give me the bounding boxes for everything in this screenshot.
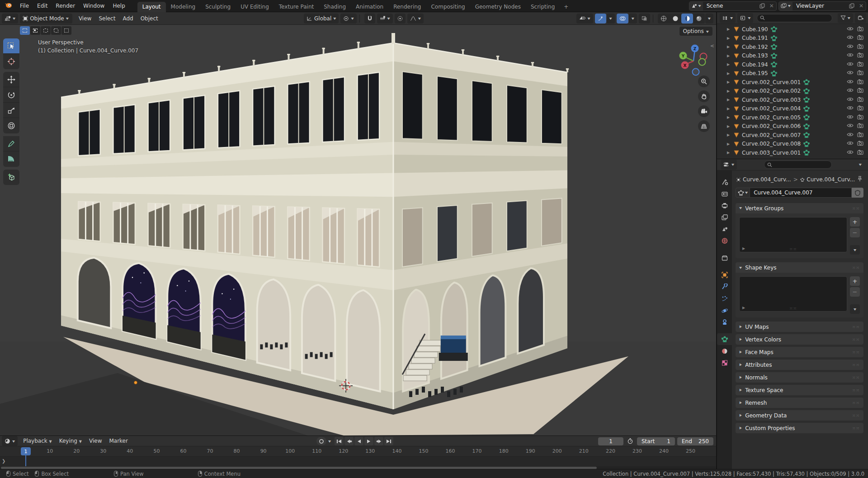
mode-selector[interactable]: Object Mode ▼ xyxy=(20,14,72,24)
panel-vertex-colors[interactable]: ▼ Vertex Colors ⁙⁙ xyxy=(736,334,863,345)
workspace-tab-animation[interactable]: Animation xyxy=(351,2,388,12)
camera-icon[interactable] xyxy=(857,141,863,147)
remove-vertex-group-button[interactable]: − xyxy=(850,228,860,237)
eye-icon[interactable] xyxy=(847,70,854,76)
transform-orientation-dropdown[interactable]: Global ▼ xyxy=(304,14,339,24)
menu-edit[interactable]: Edit xyxy=(33,0,52,12)
panel-grip[interactable]: ⁙⁙ xyxy=(852,265,860,270)
panel-attributes[interactable]: ▼ Attributes ⁙⁙ xyxy=(736,360,863,370)
viewport-menu-object[interactable]: Object xyxy=(137,15,162,22)
panel-geometry-data[interactable]: ▼ Geometry Data ⁙⁙ xyxy=(736,410,863,421)
options-button[interactable]: Options▼ xyxy=(679,27,712,36)
panel-grip[interactable]: ⁙⁙ xyxy=(852,363,860,367)
panel-custom-properties[interactable]: ▼ Custom Properties ⁙⁙ xyxy=(736,423,863,433)
camera-view-icon[interactable] xyxy=(698,105,710,117)
menu-window[interactable]: Window xyxy=(79,0,108,12)
rotate-tool[interactable] xyxy=(3,87,19,103)
shape-keys-list[interactable]: ▶ ⁙⁙ xyxy=(739,276,847,312)
object-name[interactable]: Curve.002_Curve.004 xyxy=(742,105,801,112)
world-tab[interactable] xyxy=(717,235,732,246)
outliner-search-input[interactable] xyxy=(757,14,832,22)
panel-normals[interactable]: ▼ Normals ⁙⁙ xyxy=(736,372,863,383)
jump-to-end-button[interactable] xyxy=(384,437,393,445)
expand-icon[interactable]: ▶ xyxy=(727,151,733,155)
timeline-menu-marker[interactable]: Marker xyxy=(105,438,131,444)
eye-icon[interactable] xyxy=(847,79,854,85)
object-data-tab[interactable] xyxy=(717,333,732,345)
camera-icon[interactable] xyxy=(857,105,863,112)
physics-tab[interactable] xyxy=(717,304,732,316)
scale-tool[interactable] xyxy=(3,103,19,118)
vertex-groups-panel-header[interactable]: ▼ Vertex Groups ⁙⁙ xyxy=(736,203,863,213)
pivot-point-dropdown[interactable]: ▼ xyxy=(340,14,356,24)
expand-icon[interactable]: ▶ xyxy=(727,71,733,76)
blender-logo-icon[interactable] xyxy=(5,2,12,9)
select-lasso-button[interactable] xyxy=(51,26,61,35)
viewport-menu-view[interactable]: View xyxy=(75,15,95,22)
measure-tool[interactable] xyxy=(3,151,19,167)
shading-dropdown[interactable]: ▼ xyxy=(705,14,713,24)
select-box-tool[interactable] xyxy=(3,38,19,54)
properties-options-dropdown[interactable]: ▼ xyxy=(859,163,862,166)
show-object-types-dropdown[interactable]: ▼ xyxy=(576,14,593,24)
add-vertex-group-button[interactable]: + xyxy=(850,217,860,227)
camera-icon[interactable] xyxy=(857,97,863,103)
eye-icon[interactable] xyxy=(847,44,854,50)
workspace-tab-modeling[interactable]: Modeling xyxy=(166,2,201,12)
viewlayer-selector[interactable]: ▼ ViewLayer ✕ xyxy=(778,1,866,11)
frame-start-field[interactable]: Start1 xyxy=(637,437,675,445)
select-tweak-button[interactable] xyxy=(20,26,30,35)
pin-icon[interactable] xyxy=(857,176,863,183)
view-layer-tab[interactable] xyxy=(717,211,732,223)
workspace-tab-shading[interactable]: Shading xyxy=(319,2,351,12)
workspace-tab-sculpting[interactable]: Sculpting xyxy=(200,2,236,12)
camera-icon[interactable] xyxy=(857,79,863,85)
timeline-menu-playback[interactable]: Playback ▼ xyxy=(19,438,56,444)
eye-icon[interactable] xyxy=(847,97,854,103)
scene-selector[interactable]: ▼ Scene ✕ xyxy=(689,1,777,11)
camera-icon[interactable] xyxy=(857,44,863,50)
expand-icon[interactable]: ▶ xyxy=(727,142,733,146)
camera-icon[interactable] xyxy=(857,132,863,138)
expand-icon[interactable]: ▶ xyxy=(727,80,733,84)
scene-tab[interactable] xyxy=(717,223,732,235)
remove-viewlayer-icon[interactable]: ✕ xyxy=(857,2,866,10)
zoom-icon[interactable] xyxy=(698,76,710,87)
scene-name[interactable]: Scene xyxy=(703,3,757,9)
viewport-3d[interactable]: User Perspective (1) Collection | Curve.… xyxy=(0,25,716,435)
object-name[interactable]: Cube.193 xyxy=(742,52,768,59)
add-cube-tool[interactable] xyxy=(3,170,19,185)
collection-tab[interactable] xyxy=(717,252,732,264)
eye-icon[interactable] xyxy=(847,35,854,41)
add-workspace-button[interactable]: + xyxy=(560,2,572,12)
shape-keys-panel-header[interactable]: ▼ Shape Keys ⁙⁙ xyxy=(736,262,863,273)
panel-grip[interactable]: ⁙⁙ xyxy=(852,206,860,211)
viewport-menu-select[interactable]: Select xyxy=(95,15,119,22)
outliner-row[interactable]: ▶ Curve.002_Curve.008 xyxy=(717,140,868,149)
new-viewlayer-icon[interactable] xyxy=(847,2,857,10)
keying-dropdown-icon[interactable]: ▼ xyxy=(328,440,331,443)
tool-tab[interactable] xyxy=(717,176,732,188)
workspace-tab-layout[interactable]: Layout xyxy=(137,2,166,12)
annotate-tool[interactable] xyxy=(3,136,19,151)
viewlayer-name[interactable]: ViewLayer xyxy=(793,3,847,9)
camera-icon[interactable] xyxy=(857,150,863,156)
cursor-tool[interactable] xyxy=(3,54,19,69)
camera-icon[interactable] xyxy=(857,62,863,68)
play-button[interactable] xyxy=(364,437,373,445)
workspace-tab-rendering[interactable]: Rendering xyxy=(388,2,426,12)
expand-icon[interactable]: ▶ xyxy=(727,62,733,66)
expand-icon[interactable]: ▶ xyxy=(742,246,745,251)
object-name[interactable]: Cube.191 xyxy=(742,35,768,41)
expand-icon[interactable]: ▶ xyxy=(727,54,733,58)
add-shape-key-button[interactable]: + xyxy=(850,276,860,286)
eye-icon[interactable] xyxy=(847,114,854,121)
object-tab[interactable] xyxy=(717,269,732,281)
expand-icon[interactable]: ▶ xyxy=(727,89,733,93)
current-frame-field[interactable]: 1 xyxy=(598,437,623,445)
datablock-type-chip[interactable]: ▼ xyxy=(736,188,750,198)
proportional-falloff-dropdown[interactable]: ▼ xyxy=(407,14,424,24)
timeline-ruler[interactable]: 1 10203040506070809010011012013014015016… xyxy=(0,446,716,456)
timeline-channel-expand-icon[interactable]: ❯ xyxy=(2,459,5,464)
eye-icon[interactable] xyxy=(847,62,854,68)
